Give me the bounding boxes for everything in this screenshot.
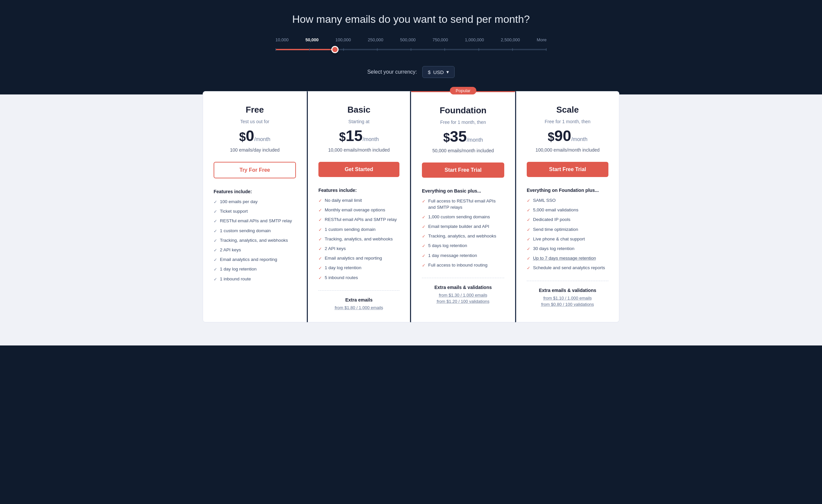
list-item: ✓1 custom sending domain [214, 228, 296, 234]
check-icon: ✓ [422, 234, 426, 239]
tick-6 [444, 48, 445, 51]
extra-price-foundation-2: from $1.20 / 100 validations [422, 299, 504, 304]
tick-8 [512, 48, 513, 51]
price-unit-scale: /month [571, 136, 587, 142]
list-item: ✓Dedicated IP pools [527, 217, 608, 223]
slider-label-50k: 50,000 [306, 37, 319, 42]
features-list-free: ✓100 emails per day ✓Ticket support ✓RES… [214, 199, 296, 282]
list-item: ✓1 day message retention [422, 253, 504, 259]
currency-dropdown[interactable]: $ USD EUR GBP ▾ [422, 66, 455, 78]
extra-section-basic: Extra emails from $1.80 / 1,000 emails [318, 290, 399, 310]
list-item: ✓1 day log retention [318, 265, 399, 271]
plan-name-free: Free [214, 105, 296, 115]
list-item: ✓1 day log retention [214, 266, 296, 272]
list-item: ✓2 API keys [214, 247, 296, 253]
plan-name-scale: Scale [527, 105, 608, 115]
list-item: ✓RESTful email APIs and SMTP relay [214, 218, 296, 224]
currency-label: Select your currency: [367, 69, 417, 75]
check-icon: ✓ [318, 275, 322, 281]
check-icon: ✓ [318, 256, 322, 262]
slider-section: 10,000 50,000 100,000 250,000 500,000 75… [276, 37, 546, 53]
features-heading-basic: Features include: [318, 188, 399, 193]
check-icon: ✓ [214, 276, 217, 282]
slider-track-container[interactable] [276, 46, 546, 53]
plan-subtitle-foundation: Free for 1 month, then [422, 120, 504, 125]
plan-emails-scale: 100,000 emails/month included [527, 147, 608, 153]
list-item: ✓5 inbound routes [318, 275, 399, 281]
list-item: ✓Full access to inbound routing [422, 262, 504, 269]
extra-price-scale-1: from $1.10 / 1,000 emails [527, 296, 608, 301]
plan-emails-basic: 10,000 emails/month included [318, 147, 399, 153]
plan-emails-free: 100 emails/day included [214, 147, 296, 153]
list-item: ✓2 API keys [318, 246, 399, 252]
plan-price-row-basic: $15/month [318, 127, 399, 145]
slider-label-1m: 1,000,000 [465, 37, 484, 42]
currency-select-input[interactable]: USD EUR GBP [433, 69, 444, 75]
list-item: ✓Email template builder and API [422, 224, 504, 230]
check-icon: ✓ [422, 243, 426, 249]
plan-card-foundation: Popular Foundation Free for 1 month, the… [411, 91, 515, 322]
features-heading-scale: Everything on Foundation plus... [527, 188, 608, 193]
header-section: How many emails do you want to send per … [0, 0, 822, 94]
list-item: ✓5 days log retention [422, 243, 504, 249]
tick-9 [546, 48, 546, 51]
get-started-button[interactable]: Get Started [318, 162, 399, 177]
slider-thumb[interactable] [331, 46, 339, 53]
tick-7 [478, 48, 479, 51]
start-trial-button-foundation[interactable]: Start Free Trial [422, 162, 504, 178]
plan-price-row-free: $0/month [214, 127, 296, 145]
check-icon: ✓ [318, 207, 322, 213]
list-item: ✓1,000 custom sending domains [422, 214, 504, 220]
plan-subtitle-scale: Free for 1 month, then [527, 119, 608, 124]
check-icon: ✓ [214, 199, 217, 205]
price-currency-foundation: $ [443, 131, 450, 144]
list-item: ✓Full access to RESTful email APIs and S… [422, 198, 504, 211]
price-unit-basic: /month [363, 136, 379, 142]
list-item: ✓30 days log retention [527, 246, 608, 252]
extra-heading-foundation: Extra emails & validations [422, 285, 504, 290]
slider-labels: 10,000 50,000 100,000 250,000 500,000 75… [276, 37, 546, 42]
extra-section-scale: Extra emails & validations from $1.10 / … [527, 281, 608, 307]
check-icon: ✓ [527, 236, 530, 242]
list-item: ✓Ticket support [214, 208, 296, 215]
tick-4 [377, 48, 378, 51]
slider-label-100k: 100,000 [335, 37, 351, 42]
start-trial-button-scale[interactable]: Start Free Trial [527, 162, 608, 177]
plan-card-free: Free Test us out for $0/month 100 emails… [203, 91, 307, 322]
try-free-button[interactable]: Try For Free [214, 162, 296, 178]
main-question: How many emails do you want to send per … [7, 13, 815, 25]
check-icon: ✓ [214, 228, 217, 234]
check-icon: ✓ [422, 224, 426, 230]
plan-price-row-scale: $90/month [527, 127, 608, 145]
features-list-scale: ✓SAML SSO ✓5,000 email validations ✓Dedi… [527, 198, 608, 271]
check-icon: ✓ [214, 209, 217, 215]
list-item: ✓Monthly email overage options [318, 207, 399, 213]
check-icon: ✓ [422, 214, 426, 220]
list-item: ✓Live phone & chat support [527, 236, 608, 242]
slider-fill [276, 49, 335, 50]
list-item: ✓Tracking, analytics, and webhooks [318, 236, 399, 242]
price-currency-free: $ [239, 130, 246, 144]
check-icon: ✓ [422, 198, 426, 204]
list-item: ✓5,000 email validations [527, 207, 608, 213]
list-item: ✓RESTful email APIs and SMTP relay [318, 217, 399, 223]
slider-label-more: More [537, 37, 546, 42]
check-icon: ✓ [527, 246, 530, 252]
check-icon: ✓ [214, 218, 217, 224]
price-unit-free: /month [254, 136, 271, 142]
list-item: ✓Email analytics and reporting [318, 255, 399, 262]
currency-section: Select your currency: $ USD EUR GBP ▾ [7, 66, 815, 78]
extra-price-foundation-1: from $1.30 / 1,000 emails [422, 293, 504, 298]
plan-name-basic: Basic [318, 105, 399, 115]
list-item: ✓Send time optimization [527, 227, 608, 233]
plan-price-foundation: $35/month [443, 128, 483, 145]
check-icon: ✓ [318, 198, 322, 204]
check-icon: ✓ [318, 236, 322, 242]
list-item: ✓Schedule and send analytics reports [527, 265, 608, 271]
extra-price-basic: from $1.80 / 1,000 emails [318, 305, 399, 310]
features-list-basic: ✓No daily email limit ✓Monthly email ove… [318, 198, 399, 281]
plan-price-scale: $90/month [547, 127, 587, 144]
plan-card-scale: Scale Free for 1 month, then $90/month 1… [515, 91, 619, 322]
extra-heading-basic: Extra emails [318, 297, 399, 303]
extra-heading-scale: Extra emails & validations [527, 288, 608, 293]
